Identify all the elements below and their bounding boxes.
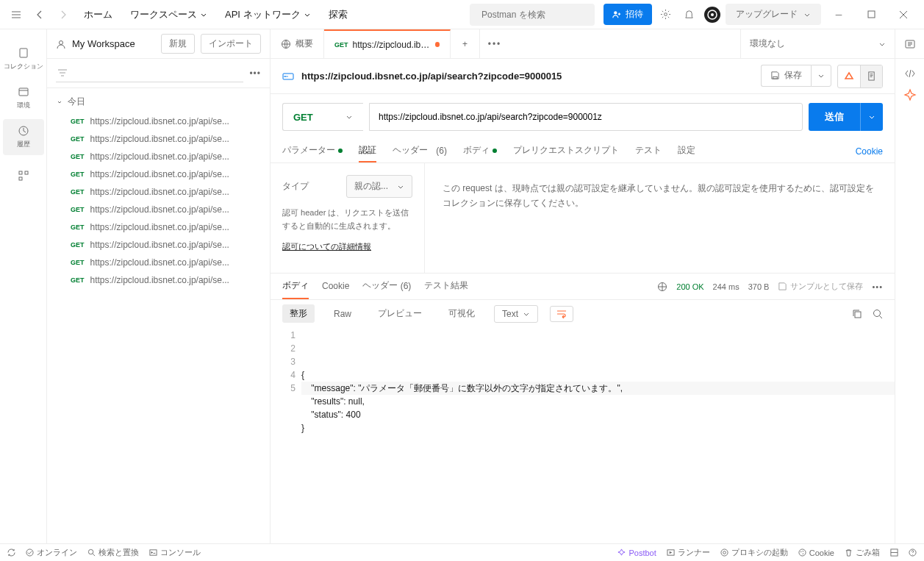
save-example-button[interactable]: サンプルとして保存 xyxy=(778,281,863,292)
docs-icon[interactable] xyxy=(860,65,882,87)
auth-learn-more-link[interactable]: 認可についての詳細情報 xyxy=(282,241,412,252)
method-select[interactable]: GET xyxy=(282,103,363,131)
send-button[interactable]: 送信 xyxy=(809,103,883,131)
back-icon[interactable] xyxy=(29,4,50,25)
import-button[interactable]: インポート xyxy=(201,34,261,54)
nav-workspaces[interactable]: ワークスペース xyxy=(123,4,215,26)
save-button[interactable]: 保存 xyxy=(761,65,811,87)
response-toolbar: 整形 Raw プレビュー 可視化 Text xyxy=(271,300,895,327)
tab-request[interactable]: GET https://zipcloud.ibsnet xyxy=(324,29,451,58)
tab-settings-req[interactable]: 設定 xyxy=(678,140,695,162)
tab-add-button[interactable]: + xyxy=(451,29,480,58)
foot-console[interactable]: コンソール xyxy=(149,547,201,558)
maximize-icon[interactable] xyxy=(856,0,886,29)
sidebar-more-icon[interactable]: ••• xyxy=(249,68,261,79)
foot-postbot[interactable]: Postbot xyxy=(617,547,656,558)
menu-icon[interactable] xyxy=(6,4,26,25)
resp-tab-body[interactable]: ボディ xyxy=(282,274,309,299)
tab-overview[interactable]: 概要 xyxy=(271,29,324,58)
tab-body[interactable]: ボディ xyxy=(463,140,497,162)
foot-proxy[interactable]: プロキシの起動 xyxy=(720,547,788,558)
request-title: https://zipcloud.ibsnet.co.jp/api/search… xyxy=(301,71,562,82)
cookie-link[interactable]: Cookie xyxy=(856,146,883,157)
notifications-icon[interactable] xyxy=(678,4,699,25)
minimize-icon[interactable]: ─ xyxy=(824,0,853,29)
wrap-toggle[interactable] xyxy=(550,306,573,322)
code-snippet-icon[interactable] xyxy=(904,68,916,79)
history-item[interactable]: GEThttps://zipcloud.ibsnet.co.jp/api/se.… xyxy=(47,165,270,183)
comment-icon[interactable] xyxy=(838,65,860,87)
rail-environments[interactable]: 環境 xyxy=(3,80,44,116)
nav-home[interactable]: ホーム xyxy=(76,4,120,26)
foot-runner[interactable]: ランナー xyxy=(667,547,710,558)
auth-type-select[interactable]: 親の認... xyxy=(346,175,412,198)
breadcrumb: https://zipcloud.ibsnet.co.jp/api/search… xyxy=(271,59,895,94)
history-item[interactable]: GEThttps://zipcloud.ibsnet.co.jp/api/se.… xyxy=(47,112,270,130)
view-raw[interactable]: Raw xyxy=(326,306,359,322)
response-size: 370 B xyxy=(748,282,770,291)
foot-panes[interactable] xyxy=(890,547,898,558)
save-dropdown[interactable] xyxy=(811,65,831,87)
url-input[interactable] xyxy=(369,103,803,131)
resp-tab-tests[interactable]: テスト結果 xyxy=(424,274,468,299)
view-visualize[interactable]: 可視化 xyxy=(441,304,482,323)
tab-auth[interactable]: 認証 xyxy=(359,140,376,162)
rail-more[interactable] xyxy=(3,164,44,187)
rail-history[interactable]: 履歴 xyxy=(3,119,44,155)
resp-tab-headers[interactable]: ヘッダー (6) xyxy=(362,274,411,299)
history-item[interactable]: GEThttps://zipcloud.ibsnet.co.jp/api/se.… xyxy=(47,201,270,218)
tab-more-button[interactable]: ••• xyxy=(480,29,509,58)
foot-find[interactable]: 検索と置換 xyxy=(87,547,139,558)
upgrade-button[interactable]: アップグレード xyxy=(726,4,821,25)
view-preview[interactable]: プレビュー xyxy=(370,304,429,323)
format-select[interactable]: Text xyxy=(494,305,538,323)
response-editor[interactable]: 12345 { "message": "パラメータ「郵便番号」に数字以外の文字が… xyxy=(271,327,895,543)
response-more-icon[interactable]: ••• xyxy=(872,282,883,291)
foot-help[interactable] xyxy=(909,547,917,558)
close-icon[interactable] xyxy=(889,0,918,29)
filter-icon[interactable] xyxy=(56,65,243,82)
avatar-icon[interactable] xyxy=(702,4,723,25)
history-item[interactable]: GEThttps://zipcloud.ibsnet.co.jp/api/se.… xyxy=(47,254,270,271)
environment-select[interactable]: 環境なし xyxy=(740,29,895,58)
ai-icon[interactable] xyxy=(903,88,917,101)
svg-point-30 xyxy=(802,551,803,551)
view-pretty[interactable]: 整形 xyxy=(282,304,315,323)
rail-collections[interactable]: コレクション xyxy=(3,41,44,77)
send-dropdown[interactable] xyxy=(860,103,883,131)
environment-quicklook-icon[interactable] xyxy=(895,29,924,58)
side-rail: コレクション 環境 履歴 xyxy=(0,29,47,543)
forward-icon[interactable] xyxy=(53,4,74,25)
svg-point-22 xyxy=(26,549,33,556)
history-item[interactable]: GEThttps://zipcloud.ibsnet.co.jp/api/se.… xyxy=(47,183,270,201)
nav-explore[interactable]: 探索 xyxy=(321,4,355,26)
history-item[interactable]: GEThttps://zipcloud.ibsnet.co.jp/api/se.… xyxy=(47,218,270,236)
global-search[interactable] xyxy=(470,4,595,26)
search-response-icon[interactable] xyxy=(873,309,883,319)
foot-sync[interactable] xyxy=(7,549,15,557)
svg-point-2 xyxy=(664,13,667,16)
tab-prerequest[interactable]: プレリクエストスクリプト xyxy=(513,140,619,162)
invite-button[interactable]: 招待 xyxy=(604,4,652,25)
response-time: 244 ms xyxy=(713,282,739,291)
nav-api-network[interactable]: API ネットワーク xyxy=(218,4,318,26)
history-item[interactable]: GEThttps://zipcloud.ibsnet.co.jp/api/se.… xyxy=(47,271,270,289)
tab-params[interactable]: パラメーター xyxy=(282,140,343,162)
tab-tests[interactable]: テスト xyxy=(635,140,662,162)
new-button[interactable]: 新規 xyxy=(161,34,195,54)
history-item[interactable]: GEThttps://zipcloud.ibsnet.co.jp/api/se.… xyxy=(47,130,270,148)
settings-icon[interactable] xyxy=(655,4,676,25)
response-tabs: ボディ Cookie ヘッダー (6) テスト結果 200 OK 244 ms … xyxy=(271,274,895,300)
history-item[interactable]: GEThttps://zipcloud.ibsnet.co.jp/api/se.… xyxy=(47,236,270,254)
foot-trash[interactable]: ごみ箱 xyxy=(845,547,880,558)
history-item[interactable]: GEThttps://zipcloud.ibsnet.co.jp/api/se.… xyxy=(47,148,270,165)
resp-tab-cookie[interactable]: Cookie xyxy=(322,274,349,299)
foot-online[interactable]: オンライン xyxy=(26,547,77,558)
copy-icon[interactable] xyxy=(852,309,862,319)
history-group-today[interactable]: 今日 xyxy=(47,91,270,112)
svg-rect-6 xyxy=(868,11,875,18)
foot-cookie[interactable]: Cookie xyxy=(798,547,834,558)
auth-message: この request は、現時点では親の認可設定を継承していません。親の認可設定… xyxy=(425,163,895,273)
tab-headers[interactable]: ヘッダー (6) xyxy=(393,140,447,162)
search-input[interactable] xyxy=(481,10,592,20)
